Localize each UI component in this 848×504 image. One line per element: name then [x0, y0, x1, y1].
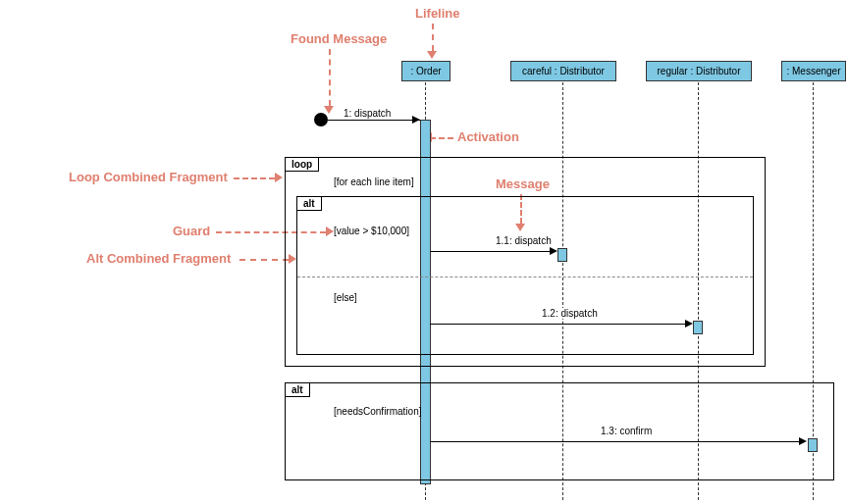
message-1-label: 1: dispatch: [342, 108, 393, 119]
annotation-activation: Activation: [457, 129, 519, 144]
alt2-fragment-label: alt: [286, 383, 310, 397]
alt1-guard1: [value > $10,000]: [334, 226, 409, 236]
annotation-found-message: Found Message: [291, 31, 387, 46]
annotation-lifeline: Lifeline: [415, 6, 460, 21]
message-11-label: 1.1: dispatch: [494, 235, 554, 246]
alt2-guard: [needsConfirmation]: [334, 406, 422, 417]
lifeline-messenger: : Messenger: [781, 61, 846, 81]
annotation-arrow: [432, 24, 434, 51]
activation-regular: [693, 321, 703, 334]
annotation-arrow-head: [427, 51, 437, 59]
alt1-guard2: [else]: [334, 292, 357, 303]
annotation-alt-fragment: Alt Combined Fragment: [86, 251, 231, 266]
alt-fragment-2: alt: [285, 382, 834, 480]
annotation-arrow: [430, 137, 453, 139]
annotation-arrow-head: [324, 106, 334, 114]
message-1-line: [328, 120, 420, 121]
alt1-separator: [297, 277, 753, 277]
loop-fragment-label: loop: [286, 158, 319, 172]
annotation-arrow: [329, 49, 331, 106]
annotation-arrow: [234, 177, 275, 179]
message-1-arrow: [412, 116, 420, 124]
annotation-arrow: [239, 259, 289, 261]
annotation-guard: Guard: [173, 224, 210, 238]
lifeline-order: : Order: [401, 61, 450, 81]
found-message-dot: [314, 113, 328, 126]
message-12-line: [430, 324, 691, 325]
annotation-arrow-head: [275, 173, 283, 182]
message-11-arrow: [550, 247, 557, 255]
message-12-arrow: [685, 320, 693, 328]
lifeline-regular: regular : Distributor: [646, 61, 752, 81]
annotation-loop-fragment: Loop Combined Fragment: [69, 170, 228, 184]
alt1-fragment-label: alt: [297, 197, 322, 211]
message-12-label: 1.2: dispatch: [540, 308, 600, 319]
message-11-line: [430, 251, 556, 252]
lifeline-careful: careful : Distributor: [510, 61, 616, 81]
activation-messenger: [808, 438, 818, 452]
alt-fragment-1: alt: [296, 196, 754, 355]
message-13-label: 1.3: confirm: [599, 426, 654, 436]
activation-careful: [557, 248, 567, 262]
message-13-line: [430, 441, 805, 442]
message-13-arrow: [799, 437, 807, 445]
loop-guard: [for each line item]: [334, 176, 414, 187]
